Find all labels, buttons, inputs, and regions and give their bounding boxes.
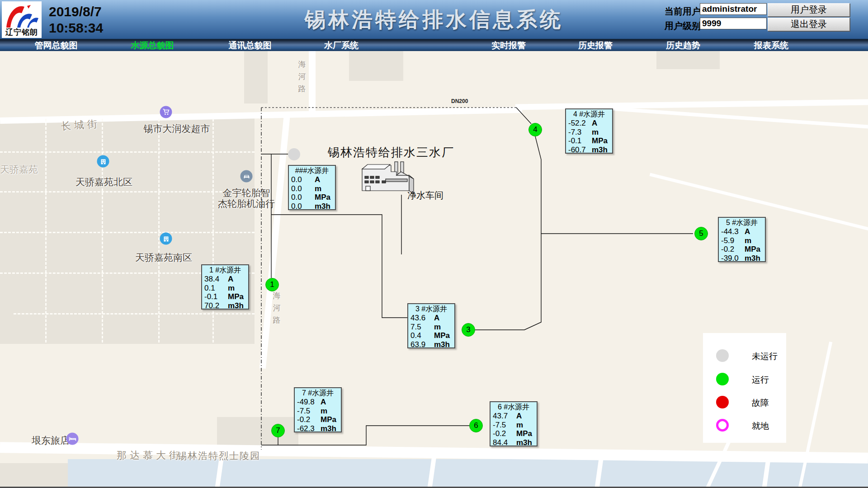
unit-label: m3h (315, 202, 330, 211)
well-title: 7 #水源井 (295, 388, 341, 398)
well-status-circle-6[interactable]: 6 (469, 419, 483, 432)
unit-label: A (321, 398, 326, 407)
local-status-dot (716, 419, 729, 432)
well-current: -44.3 (719, 227, 745, 236)
well-current: 38.4 (202, 275, 228, 284)
unit-label: A (228, 275, 233, 284)
unit-label: A (315, 175, 320, 184)
tab-history-trend[interactable]: 历史趋势 (666, 40, 700, 51)
well-number: 3 (466, 325, 470, 334)
well-status-circle-7[interactable]: 7 (271, 424, 285, 437)
well-number: 7 (276, 426, 280, 435)
logo-swoosh-icon (4, 2, 40, 28)
tab-water-plant-system[interactable]: 水厂系统 (324, 40, 359, 51)
well-pressure: -0.1 (202, 292, 228, 301)
well-title: 1 #水源井 (202, 265, 248, 275)
well-flow: 63.9 (408, 340, 434, 349)
tab-water-source-overview[interactable]: 水源总貌图 (131, 40, 174, 51)
tab-report-system[interactable]: 报表系统 (754, 40, 788, 51)
tab-pipe-network-overview[interactable]: 管网总貌图 (35, 40, 78, 51)
legend-item-local: 就地 (703, 419, 786, 432)
well-box-7: 7 #水源井 -49.8A -7.5m -0.2MPa -62.3m3h (294, 387, 342, 432)
user-level-input[interactable] (700, 18, 767, 29)
well-pressure: -0.2 (719, 245, 745, 254)
legend-label: 就地 (752, 420, 769, 432)
well-status-circle-4[interactable]: 4 (528, 123, 542, 136)
unit-label: m3h (434, 340, 450, 349)
well-pressure: -0.1 (566, 136, 592, 145)
status-legend: 未运行 运行 故障 就地 (703, 333, 786, 443)
well-title: 3 #水源井 (408, 304, 454, 314)
login-button[interactable]: 用户登录 (768, 3, 850, 17)
well-box-6: 6 #水源井 43.7A -7.5m -0.2MPa 84.4m3h (490, 401, 538, 446)
well-current: 43.6 (408, 314, 434, 323)
nav-bar: 管网总貌图 水源总貌图 通讯总貌图 水厂系统 实时报警 历史报警 历史趋势 报表… (0, 40, 868, 52)
well-level: 0.1 (202, 284, 228, 293)
legend-item-running: 运行 (703, 373, 786, 386)
well-box-4: 4 #水源井 -52.2A -7.3m -0.1MPa -60.7m3h (565, 108, 613, 154)
well-level: -7.5 (491, 421, 516, 430)
well-level: -5.9 (719, 236, 745, 245)
unit-label: m3h (516, 438, 532, 447)
well-status-circle-1[interactable]: 1 (265, 278, 279, 291)
well-number: 1 (270, 280, 274, 289)
legend-label: 未运行 (752, 351, 778, 362)
unit-label: m3h (745, 254, 760, 263)
page-title: 锡林浩特给排水信息系统 (305, 6, 563, 34)
header-bar: 辽宁铭朗 2019/8/7 10:58:34 锡林浩特给排水信息系统 当前用户 … (0, 0, 868, 40)
workshop-label: 净水车间 (407, 189, 443, 202)
well-box-3: 3 #水源井 43.6A 7.5m 0.4MPa 63.9m3h (407, 303, 455, 348)
unit-label: MPa (745, 245, 760, 254)
logout-button[interactable]: 退出登录 (768, 18, 850, 31)
unit-label: A (434, 314, 439, 323)
well-level: 7.5 (408, 323, 434, 332)
unit-label: MPa (315, 193, 330, 202)
well-box-5: 5 #水源井 -44.3A -5.9m -0.2MPa -39.0m3h (718, 217, 766, 262)
unit-label: m (745, 236, 751, 245)
well-status-circle-idle[interactable] (288, 148, 300, 160)
fault-status-dot (716, 396, 729, 408)
well-flow: 84.4 (491, 438, 516, 447)
well-level: -7.5 (295, 407, 321, 416)
well-number: 6 (474, 421, 478, 430)
tab-communication-overview[interactable]: 通讯总貌图 (229, 40, 272, 51)
unit-label: A (745, 227, 750, 236)
map-canvas[interactable]: 长城街 锡市大润发超市 天骄嘉苑 天骄嘉苑北区 金宇轮胎智 杰轮胎机油行 天骄嘉… (0, 51, 868, 488)
unit-label: m3h (228, 301, 244, 310)
unit-label: MPa (516, 429, 532, 438)
well-title: 4 #水源井 (566, 109, 612, 119)
unit-label: A (516, 412, 522, 421)
running-status-dot (716, 373, 729, 385)
logo-text: 辽宁铭朗 (2, 28, 42, 36)
well-level: -7.3 (566, 128, 592, 137)
well-status-circle-5[interactable]: 5 (694, 227, 708, 240)
user-level-label: 用户级别 (665, 20, 705, 32)
unit-label: m (516, 421, 523, 430)
legend-label: 运行 (752, 374, 769, 386)
well-current: 0.0 (289, 175, 315, 184)
legend-item-fault: 故障 (703, 396, 786, 409)
unit-label: m (592, 128, 599, 137)
well-flow: 0.0 (289, 202, 315, 211)
idle-status-dot (716, 349, 729, 362)
legend-item-idle: 未运行 (703, 349, 786, 363)
well-level: 0.0 (289, 184, 315, 193)
well-status-circle-3[interactable]: 3 (462, 323, 475, 337)
unit-label: m3h (592, 145, 608, 155)
unit-label: A (592, 119, 597, 128)
well-pressure: 0.0 (289, 193, 315, 202)
well-pressure: -0.2 (295, 415, 321, 424)
well-flow: -60.7 (566, 145, 592, 155)
well-box-unset: ###水源井 0.0A 0.0m 0.0MPa 0.0m3h (288, 165, 336, 210)
current-user-input[interactable] (700, 3, 767, 15)
unit-label: m (321, 407, 327, 416)
tab-history-alarm[interactable]: 历史报警 (578, 40, 613, 51)
unit-label: MPa (592, 136, 608, 145)
unit-label: MPa (321, 415, 336, 424)
tab-realtime-alarm[interactable]: 实时报警 (491, 40, 526, 51)
unit-label: m (315, 184, 321, 193)
unit-label: m (228, 284, 235, 293)
unit-label: MPa (228, 292, 244, 301)
well-current: -49.8 (295, 398, 321, 407)
company-logo: 辽宁铭朗 (2, 1, 42, 38)
